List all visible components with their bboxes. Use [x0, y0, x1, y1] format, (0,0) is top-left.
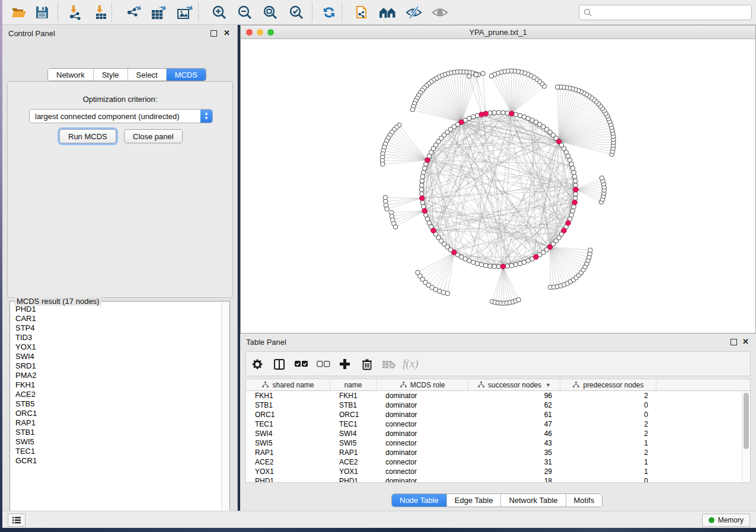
- network-node[interactable]: [588, 248, 593, 253]
- mcds-node[interactable]: [562, 228, 566, 233]
- tab-motifs[interactable]: Motifs: [566, 494, 602, 507]
- export-image-icon[interactable]: [176, 4, 193, 21]
- mcds-result-item[interactable]: SRD1: [15, 361, 221, 371]
- network-node[interactable]: [410, 107, 415, 112]
- network-node[interactable]: [573, 179, 578, 184]
- column-header-predecessor-nodes[interactable]: predecessor nodes: [560, 379, 656, 390]
- network-node[interactable]: [420, 179, 425, 184]
- network-node[interactable]: [385, 207, 390, 211]
- mcds-result-listbox[interactable]: PHD1CAR1STP4TID3YOX1SWI4SRD1PMA2FKH1ACE2…: [9, 301, 230, 521]
- mcds-node[interactable]: [509, 111, 514, 116]
- show-all-icon[interactable]: [431, 4, 449, 21]
- zoom-fit-icon[interactable]: [261, 4, 279, 21]
- network-node[interactable]: [509, 263, 514, 268]
- column-header-shared-name[interactable]: shared name: [246, 379, 330, 390]
- table-row[interactable]: RAP1RAP1dominator352: [246, 448, 742, 457]
- memory-button[interactable]: Memory: [702, 514, 750, 527]
- table-row[interactable]: STB1STB1dominator620: [246, 400, 742, 410]
- mcds-node[interactable]: [573, 187, 578, 192]
- add-column-icon[interactable]: [334, 357, 356, 370]
- network-node[interactable]: [599, 176, 604, 181]
- table-scrollbar-thumb[interactable]: [744, 393, 749, 449]
- network-node[interactable]: [420, 174, 425, 179]
- refresh-icon[interactable]: [320, 4, 338, 21]
- tab-network-table[interactable]: Network Table: [501, 494, 566, 507]
- mcds-node[interactable]: [425, 158, 430, 162]
- network-node[interactable]: [488, 264, 493, 268]
- import-table-icon[interactable]: [92, 4, 110, 21]
- tab-select[interactable]: Select: [128, 69, 167, 81]
- export-table-icon[interactable]: [149, 4, 167, 21]
- mcds-node[interactable]: [483, 111, 488, 116]
- network-node[interactable]: [481, 71, 486, 76]
- network-document-icon[interactable]: [353, 4, 371, 21]
- network-node[interactable]: [467, 74, 471, 79]
- mcds-node[interactable]: [422, 209, 427, 213]
- task-history-button[interactable]: [8, 514, 25, 527]
- mcds-result-item[interactable]: PHD1: [15, 305, 221, 314]
- network-node[interactable]: [422, 170, 426, 175]
- mcds-result-item[interactable]: YOX1: [15, 342, 221, 352]
- table-row[interactable]: FKH1FKH1dominator962: [246, 391, 742, 400]
- network-node[interactable]: [513, 262, 518, 267]
- search-input[interactable]: [592, 7, 751, 18]
- column-header-MCDS-role[interactable]: MCDS role: [377, 379, 468, 390]
- table-row[interactable]: YOX1YOX1connector291: [246, 467, 742, 476]
- mcds-result-item[interactable]: TEC1: [15, 447, 221, 456]
- mcds-node[interactable]: [452, 250, 457, 255]
- mcds-node[interactable]: [534, 255, 538, 259]
- tab-network[interactable]: Network: [48, 69, 94, 81]
- close-panel-button[interactable]: Close panel: [124, 129, 183, 143]
- network-node[interactable]: [393, 225, 398, 229]
- mcds-result-item[interactable]: STP4: [15, 323, 221, 333]
- mcds-node[interactable]: [420, 196, 425, 200]
- table-row[interactable]: SWI4SWI4dominator462: [246, 429, 742, 438]
- table-row[interactable]: TEC1TEC1connector472: [246, 419, 742, 429]
- delete-column-icon[interactable]: [356, 357, 378, 370]
- save-session-icon[interactable]: [33, 4, 51, 21]
- network-node[interactable]: [496, 110, 501, 115]
- mcds-node[interactable]: [431, 228, 436, 233]
- network-node[interactable]: [489, 74, 494, 79]
- zoom-in-icon[interactable]: [210, 4, 228, 21]
- table-row[interactable]: PHD1PHD1dominator180: [246, 476, 742, 482]
- mcds-node[interactable]: [547, 245, 552, 249]
- mcds-result-item[interactable]: FKH1: [15, 380, 221, 390]
- select-all-icon[interactable]: [290, 357, 312, 370]
- mcds-node[interactable]: [566, 220, 570, 225]
- optimization-criterion-select[interactable]: largest connected component (undirected)…: [29, 109, 213, 123]
- import-network-icon[interactable]: [66, 4, 84, 21]
- float-table-panel-icon[interactable]: [731, 339, 737, 345]
- network-node[interactable]: [492, 264, 497, 269]
- first-neighbors-icon[interactable]: [379, 4, 397, 21]
- close-panel-icon[interactable]: ✕: [224, 28, 230, 37]
- search-box[interactable]: [579, 5, 752, 20]
- mcds-node[interactable]: [459, 120, 464, 124]
- run-mcds-button[interactable]: Run MCDS: [59, 129, 116, 143]
- hide-selected-icon[interactable]: [405, 4, 423, 21]
- mcds-node[interactable]: [572, 200, 577, 205]
- mcds-result-item[interactable]: PMA2: [15, 371, 221, 380]
- mcds-node[interactable]: [556, 139, 561, 144]
- mcds-result-item[interactable]: ACE2: [15, 390, 221, 399]
- close-table-panel-icon[interactable]: ✕: [742, 337, 749, 346]
- mcds-list-scrollbar[interactable]: [221, 302, 229, 520]
- network-node[interactable]: [441, 290, 446, 295]
- mcds-result-item[interactable]: SWI5: [15, 437, 221, 447]
- network-node[interactable]: [419, 187, 424, 192]
- network-frame-titlebar[interactable]: YPA_prune.txt_1: [241, 25, 755, 39]
- network-node[interactable]: [492, 110, 497, 115]
- network-node[interactable]: [518, 113, 522, 118]
- network-node[interactable]: [570, 209, 575, 213]
- network-node[interactable]: [483, 263, 488, 268]
- network-node[interactable]: [475, 261, 480, 266]
- mcds-result-item[interactable]: TID3: [15, 333, 221, 342]
- tab-style[interactable]: Style: [94, 69, 128, 81]
- network-node[interactable]: [419, 183, 424, 188]
- mcds-node[interactable]: [500, 264, 505, 269]
- network-node[interactable]: [555, 85, 560, 89]
- network-graph-canvas[interactable]: [241, 39, 755, 333]
- table-scrollbar[interactable]: [742, 391, 750, 482]
- network-node[interactable]: [501, 110, 506, 115]
- zoom-selected-icon[interactable]: [287, 4, 305, 21]
